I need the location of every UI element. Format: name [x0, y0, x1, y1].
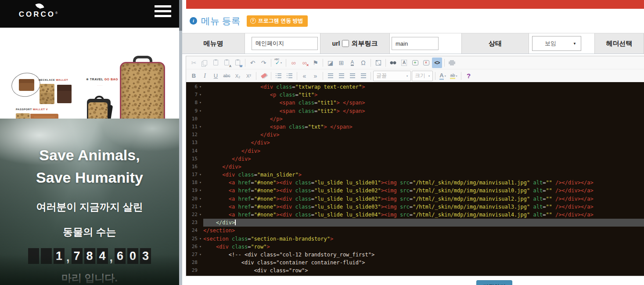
fold-arrow-icon[interactable]: ▾	[198, 107, 203, 115]
fold-arrow-icon[interactable]: ▾	[198, 91, 203, 99]
fold-arrow-icon[interactable]: ▾	[198, 243, 203, 251]
fold-arrow-icon[interactable]: ▾	[198, 99, 203, 107]
code-line-18[interactable]: 18▾ <a href="#none"><div class="lu_slide…	[186, 179, 644, 187]
special-character-button[interactable]: Ω	[358, 58, 368, 68]
align-left-button[interactable]	[325, 71, 335, 81]
fold-arrow-icon[interactable]: ▾	[198, 195, 203, 203]
code-line-11[interactable]: 11▾ <span class="txt"> </span>	[186, 123, 644, 131]
code-line-16[interactable]: 16 </div>	[186, 163, 644, 171]
code-line-6[interactable]: 6▾ <div class="txtwrap text-center">	[186, 83, 644, 91]
line-number: 8	[186, 99, 198, 107]
spell-check-button[interactable]: ABC✓▾	[273, 58, 284, 68]
anchor-flag-button[interactable]: ⚑	[310, 58, 320, 68]
code-line-14[interactable]: 14 </div>	[186, 147, 644, 155]
code-line-23[interactable]: 23 </div>	[186, 219, 644, 227]
print-button[interactable]	[447, 58, 457, 68]
table-button[interactable]: ⊞	[336, 58, 346, 68]
external-link-checkbox[interactable]	[342, 40, 349, 47]
outdent-button[interactable]: «	[299, 71, 309, 81]
italic-button[interactable]: I	[200, 71, 210, 81]
site-preview-panel: CORCO® NECKLACE WALLET PASSPORT WALLET V…	[0, 0, 179, 285]
code-line-20[interactable]: 20▾ <a href="#none"><div class="lu_slide…	[186, 195, 644, 203]
fold-arrow-icon[interactable]: ▾	[198, 171, 203, 179]
maximize-button[interactable]	[373, 58, 383, 68]
remove-div-icon: ×	[423, 60, 429, 65]
fold-arrow-icon[interactable]: ▾	[198, 83, 203, 91]
url-input[interactable]	[392, 37, 439, 50]
indent-button[interactable]: »	[310, 71, 320, 81]
save-button[interactable]: 저장하기	[476, 280, 512, 285]
font-family-button[interactable]: 글꼴▾	[373, 71, 411, 81]
undo-button[interactable]: ↶	[248, 58, 258, 68]
code-line-25[interactable]: 25▾<section class="section-main-brandsto…	[186, 235, 644, 243]
align-justify-button[interactable]	[358, 71, 368, 81]
bulleted-list-button[interactable]	[284, 71, 295, 81]
find-button[interactable]	[388, 58, 398, 68]
dark-wallet-image	[57, 85, 72, 103]
code-line-9[interactable]: 9▾ <span class="tit2"> </span>	[186, 107, 644, 115]
menu-name-input[interactable]	[252, 37, 318, 50]
about-button[interactable]: ?	[464, 71, 474, 81]
code-line-30[interactable]: 30 <div class="col12 brandstoryTit text-…	[186, 275, 644, 276]
fold-arrow-icon[interactable]: ▾	[198, 123, 203, 131]
cut-button[interactable]: ✂	[189, 58, 199, 68]
code-line-8[interactable]: 8▾ <span class="tit1"> </span>	[186, 99, 644, 107]
superscript-button[interactable]: X²	[244, 71, 254, 81]
code-line-15[interactable]: 15 </div>	[186, 155, 644, 163]
align-right-button[interactable]	[347, 71, 357, 81]
image-button[interactable]: ◪	[325, 58, 335, 68]
preview-scrollbar[interactable]	[179, 0, 182, 285]
line-number: 19	[186, 187, 198, 195]
code-line-19[interactable]: 19▾ <a href="#none"><div class="lu_slide…	[186, 187, 644, 195]
brand-logo[interactable]: CORCO®	[14, 3, 62, 18]
code-line-28[interactable]: 28 <div class="container container-fluid…	[186, 259, 644, 267]
strikethrough-button[interactable]: abc	[222, 71, 232, 81]
paste-plain-text-button[interactable]: A	[222, 58, 232, 68]
code-line-29[interactable]: 29 <div class="row">	[186, 267, 644, 274]
fold-arrow-icon[interactable]: ▾	[198, 203, 203, 211]
program-link-help-button[interactable]: ? 프로그램 연동 방법	[247, 15, 308, 27]
hamburger-menu-icon[interactable]	[155, 5, 171, 20]
font-size-button[interactable]: 크기▾	[412, 71, 433, 81]
code-line-22[interactable]: 22▾ <a href="#none"><div class="lu_slide…	[186, 211, 644, 219]
code-line-13[interactable]: 13 </div>	[186, 139, 644, 147]
source-button[interactable]: <>	[432, 58, 442, 68]
underline-button[interactable]: U	[211, 71, 221, 81]
code-line-7[interactable]: 7▾ <p class="tit">	[186, 91, 644, 99]
align-center-button[interactable]	[336, 71, 346, 81]
fold-arrow-icon[interactable]: ▾	[198, 235, 203, 243]
fold-arrow-icon[interactable]: ▾	[198, 211, 203, 219]
horizontal-line-button[interactable]: A	[347, 58, 357, 68]
create-div-button[interactable]: +	[410, 58, 420, 68]
special-character-icon: Ω	[361, 59, 365, 66]
source-code-area[interactable]: 6▾ <div class="txtwrap text-center">7▾ <…	[186, 82, 644, 276]
remove-format-button[interactable]	[259, 71, 269, 81]
subscript-button[interactable]: X₂	[233, 71, 243, 81]
preview-scrollbar-thumb[interactable]	[179, 0, 182, 31]
copy-button[interactable]	[200, 58, 210, 68]
paste-button[interactable]	[211, 58, 221, 68]
fold-arrow-icon[interactable]: ▾	[198, 179, 203, 187]
find-icon	[390, 60, 396, 65]
product-slider[interactable]: NECKLACE WALLET PASSPORT WALLET V ❋ TRAV…	[0, 28, 179, 119]
bold-button[interactable]: B	[189, 71, 199, 81]
paste-from-word-button[interactable]: W	[233, 58, 243, 68]
highlight-color-button[interactable]: ab▾	[449, 71, 459, 81]
numbered-list-button[interactable]	[273, 71, 284, 81]
code-line-24[interactable]: 24</section>	[186, 227, 644, 234]
link-button[interactable]: ∞	[288, 58, 299, 68]
code-line-12[interactable]: 12 </div>	[186, 131, 644, 139]
remove-div-button[interactable]: ×	[421, 58, 431, 68]
replace-button[interactable]: A	[399, 58, 409, 68]
code-line-21[interactable]: 21▾ <a href="#none"><div class="lu_slide…	[186, 203, 644, 211]
redo-button[interactable]: ↷	[259, 58, 269, 68]
code-line-27[interactable]: 27▾ <!-- <div class="col-12 brandstory_r…	[186, 251, 644, 259]
unlink-button[interactable]: ∞✕	[299, 58, 309, 68]
status-select[interactable]: 보임 ▼	[532, 36, 581, 51]
code-line-26[interactable]: 26▾ <div class="row">	[186, 243, 644, 251]
code-line-10[interactable]: 10 </p>	[186, 115, 644, 123]
code-line-17[interactable]: 17▾ <div class="main_slider">	[186, 171, 644, 179]
fold-arrow-icon[interactable]: ▾	[198, 187, 203, 195]
fold-arrow-icon[interactable]: ▾	[198, 251, 203, 259]
text-color-button[interactable]: A▾	[438, 71, 448, 81]
